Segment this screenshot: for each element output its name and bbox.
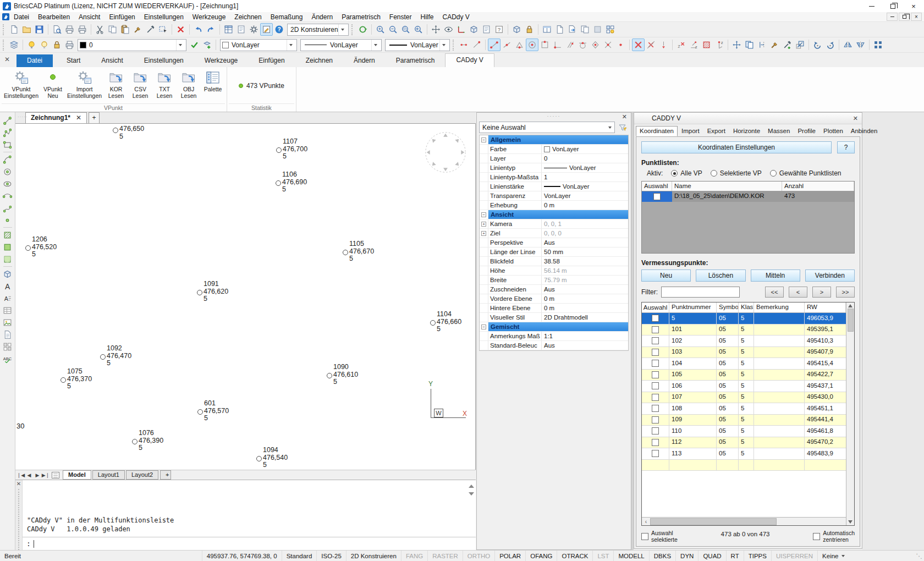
menu-hilfe[interactable]: Hilfe xyxy=(416,13,438,21)
mitteln-button[interactable]: Mitteln xyxy=(751,270,800,282)
look-around-button[interactable] xyxy=(442,23,455,36)
menu-einstellungen[interactable]: Einstellungen xyxy=(140,13,188,21)
esnap-parallel-button[interactable] xyxy=(564,38,576,51)
mtext-button[interactable]: A xyxy=(1,292,14,304)
toggle-ofang[interactable]: OFANG xyxy=(525,551,557,561)
ribbon-tab-zeichnen[interactable]: Zeichnen xyxy=(295,54,343,67)
quick-info-button[interactable]: ? xyxy=(493,23,505,36)
toggle-quad[interactable]: QUAD xyxy=(698,551,725,561)
draw-point-button[interactable] xyxy=(1,214,14,226)
vpunkt-einstellungen-button[interactable]: VPunktEinstellungen xyxy=(2,68,41,103)
property-value[interactable]: 1:1 xyxy=(542,332,628,340)
automatisch-zentrieren-checkbox[interactable] xyxy=(813,533,820,540)
first-layout-button[interactable]: ❘◀ xyxy=(17,471,25,479)
toggle-lst[interactable]: LST xyxy=(592,551,613,561)
survey-point[interactable]: 476,6505 xyxy=(113,128,118,133)
menu-bearbeiten[interactable]: Bearbeiten xyxy=(34,13,74,21)
minimize-button[interactable] xyxy=(861,0,882,12)
row-checkbox[interactable] xyxy=(652,337,659,344)
row-checkbox[interactable] xyxy=(652,326,659,333)
esnap-nearest-button[interactable] xyxy=(513,38,526,51)
toggle-uisperren[interactable]: UISPERREN xyxy=(771,551,817,561)
row-select-cell[interactable] xyxy=(642,358,669,369)
caddy-tab-massen[interactable]: Massen xyxy=(764,126,794,136)
table-header-1[interactable]: Auswahl xyxy=(642,302,669,312)
filter-input[interactable] xyxy=(661,287,740,298)
property-value[interactable]: VonLayer xyxy=(542,191,628,200)
status-standard[interactable]: Standard xyxy=(282,551,317,561)
table-row[interactable]: 106055495437,1 xyxy=(642,381,846,392)
table-row[interactable]: 109055495441,4 xyxy=(642,415,846,426)
snap-z-off-button[interactable]: z xyxy=(675,38,688,51)
row-checkbox[interactable] xyxy=(652,382,659,389)
linetype-select[interactable]: VonLayer xyxy=(300,39,382,51)
menu-bemaung[interactable]: Bemaßung xyxy=(266,13,307,21)
rotate-ccw-button[interactable] xyxy=(811,38,824,51)
toggle-otrack[interactable]: OTRACK xyxy=(557,551,592,561)
list-header-anzahl[interactable]: Anzahl xyxy=(782,182,854,191)
esnap-extension-button[interactable] xyxy=(657,38,670,51)
property-value[interactable]: 50 mm xyxy=(542,248,628,256)
spell-check-button[interactable]: ABC xyxy=(1,353,14,365)
last-layout-button[interactable]: ▶❘ xyxy=(42,471,50,479)
survey-point[interactable]: 1206476,5205 xyxy=(25,245,31,251)
row-select-cell[interactable] xyxy=(642,347,669,358)
copy-clipboard-button[interactable] xyxy=(106,23,119,36)
snap-segment-button[interactable] xyxy=(470,38,483,51)
collapse-toggle[interactable]: − xyxy=(480,135,488,144)
list-header-name[interactable]: Name xyxy=(672,182,782,191)
mdi-minimize-button[interactable] xyxy=(887,13,898,21)
row-select-cell[interactable] xyxy=(642,448,669,459)
esnap-midpoint-button[interactable] xyxy=(501,38,513,51)
layer-on-button[interactable] xyxy=(25,38,38,51)
pan-button[interactable] xyxy=(430,23,442,36)
undo-button[interactable] xyxy=(192,23,205,36)
row-select-cell[interactable] xyxy=(642,403,669,414)
csv-lesen-button[interactable]: CSVLesen xyxy=(128,68,152,103)
move-button[interactable] xyxy=(730,38,743,51)
toolbar-handle[interactable] xyxy=(3,24,6,35)
select-entities-button[interactable] xyxy=(157,23,169,36)
esnap-endpoint-button[interactable] xyxy=(488,38,501,51)
draw-rectangle-button[interactable] xyxy=(1,139,14,151)
document-tab[interactable]: Zeichnung1* ✕ xyxy=(25,112,87,123)
layer-freeze-button[interactable] xyxy=(38,38,51,51)
zoom-window-button[interactable] xyxy=(399,23,412,36)
property-value[interactable]: Aus xyxy=(542,285,628,294)
survey-point[interactable]: 1075476,3705 xyxy=(61,377,66,383)
ribbon-tab-start[interactable]: Start xyxy=(56,54,91,67)
layout-tab-model[interactable]: Model xyxy=(63,470,91,480)
row-select-cell[interactable] xyxy=(642,191,672,202)
property-value[interactable]: 0, 0, 1 xyxy=(542,219,628,228)
property-value[interactable]: VonLayer xyxy=(542,182,628,191)
ribbon-tab-ansicht[interactable]: Ansicht xyxy=(91,54,133,67)
menu-werkzeuge[interactable]: Werkzeuge xyxy=(188,13,230,21)
table-row[interactable]: 110055495461,8 xyxy=(642,426,846,437)
ucs-display-button[interactable] xyxy=(455,23,468,36)
survey-point[interactable]: 1091476,6205 xyxy=(197,290,202,295)
esnap-quadrant-button[interactable] xyxy=(538,38,551,51)
row-checkbox[interactable] xyxy=(652,405,659,412)
toggle-dyn[interactable]: DYN xyxy=(675,551,698,561)
auswahl-selektierte-checkbox[interactable] xyxy=(641,533,648,540)
array-button[interactable] xyxy=(872,38,884,51)
scroll-up-icon[interactable] xyxy=(469,485,474,488)
layout-list-icon[interactable] xyxy=(52,472,59,479)
close-button[interactable]: × xyxy=(903,0,924,12)
first-page-button[interactable]: << xyxy=(765,287,784,298)
row-select-cell[interactable] xyxy=(642,426,669,437)
draw-circle-button[interactable] xyxy=(1,166,14,178)
zoom-out-button[interactable] xyxy=(387,23,399,36)
new-document-button[interactable] xyxy=(8,23,20,36)
hatch-toggle-button[interactable] xyxy=(700,38,713,51)
survey-point[interactable]: 1106476,6905 xyxy=(276,180,281,186)
painter-plus-button[interactable] xyxy=(781,38,794,51)
menu-parametrisch[interactable]: Parametrisch xyxy=(337,13,385,21)
caddy-close-icon[interactable]: ✕ xyxy=(853,115,858,122)
row-checkbox[interactable] xyxy=(652,315,659,322)
property-value[interactable]: Aus xyxy=(542,341,628,350)
loeschen-button[interactable]: Löschen xyxy=(696,270,745,282)
row-checkbox[interactable] xyxy=(652,427,659,435)
layer-plot-button[interactable] xyxy=(63,38,76,51)
draw-ellipse-arc-button[interactable] xyxy=(1,190,14,202)
